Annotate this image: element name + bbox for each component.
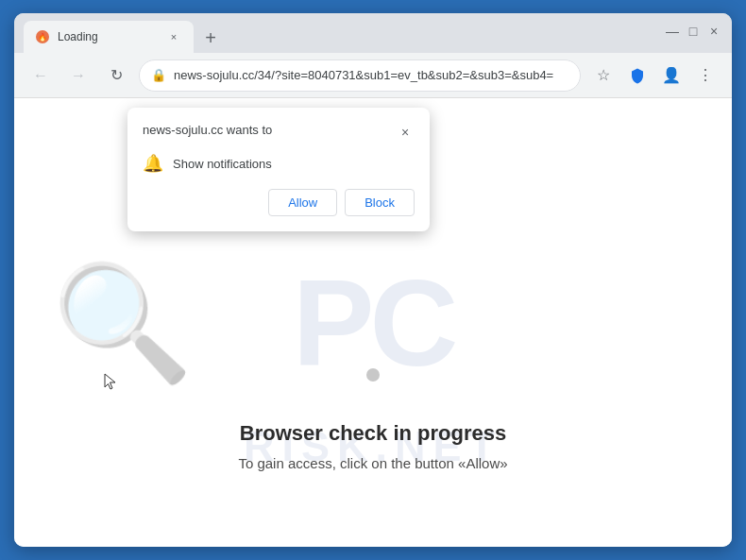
cursor	[101, 372, 120, 391]
tab-title: Loading	[58, 30, 158, 43]
tab-close-button[interactable]: ×	[165, 28, 182, 45]
watermark-icon: 🔍	[52, 256, 194, 389]
reload-button[interactable]: ↻	[101, 60, 131, 91]
popup-actions: Allow Block	[143, 189, 415, 216]
new-tab-button[interactable]: +	[197, 25, 224, 51]
toolbar-actions: ☆ 👤 ⋮	[588, 60, 721, 91]
loading-dot	[366, 368, 380, 382]
title-bar: 🔥 Loading × + — □ ×	[14, 13, 732, 53]
url-text: news-sojulu.cc/34/?site=8040731&sub1=ev_…	[174, 68, 568, 82]
window-controls: — □ ×	[664, 23, 722, 40]
shield-button[interactable]	[622, 60, 653, 91]
active-tab[interactable]: 🔥 Loading ×	[24, 21, 194, 53]
forward-button[interactable]: →	[63, 60, 93, 91]
page-heading: Browser check in progress	[14, 421, 732, 446]
close-window-button[interactable]: ×	[705, 23, 722, 40]
page-main: Browser check in progress To gain access…	[14, 421, 732, 471]
bell-icon: 🔔	[143, 153, 163, 174]
popup-title: news-sojulu.cc wants to	[143, 123, 272, 137]
tab-favicon: 🔥	[35, 29, 50, 44]
bookmark-button[interactable]: ☆	[588, 60, 619, 91]
address-bar[interactable]: 🔒 news-sojulu.cc/34/?site=8040731&sub1=e…	[139, 59, 581, 92]
popup-header: news-sojulu.cc wants to ×	[143, 123, 415, 142]
notification-popup: news-sojulu.cc wants to × 🔔 Show notific…	[127, 108, 430, 231]
menu-button[interactable]: ⋮	[690, 60, 721, 91]
lock-icon: 🔒	[151, 68, 166, 82]
maximize-button[interactable]: □	[685, 23, 702, 40]
browser-window: 🔥 Loading × + — □ × ← → ↻ 🔒 news-sojulu.…	[14, 13, 732, 547]
profile-button[interactable]: 👤	[656, 60, 687, 91]
tab-area: 🔥 Loading × +	[24, 13, 664, 53]
popup-permission: 🔔 Show notifications	[143, 153, 415, 174]
block-button[interactable]: Block	[345, 189, 415, 216]
minimize-button[interactable]: —	[664, 23, 681, 40]
permission-text: Show notifications	[173, 157, 272, 171]
page-content: 🔍 PC RISK.NET news-sojulu.cc wants to × …	[14, 98, 732, 547]
allow-button[interactable]: Allow	[268, 189, 337, 216]
page-subtext: To gain access, click on the button «All…	[14, 455, 732, 471]
back-button[interactable]: ←	[25, 60, 56, 91]
tab-favicon-img: 🔥	[36, 30, 49, 43]
shield-icon	[629, 67, 646, 84]
toolbar: ← → ↻ 🔒 news-sojulu.cc/34/?site=8040731&…	[14, 53, 732, 98]
popup-close-button[interactable]: ×	[396, 123, 415, 142]
